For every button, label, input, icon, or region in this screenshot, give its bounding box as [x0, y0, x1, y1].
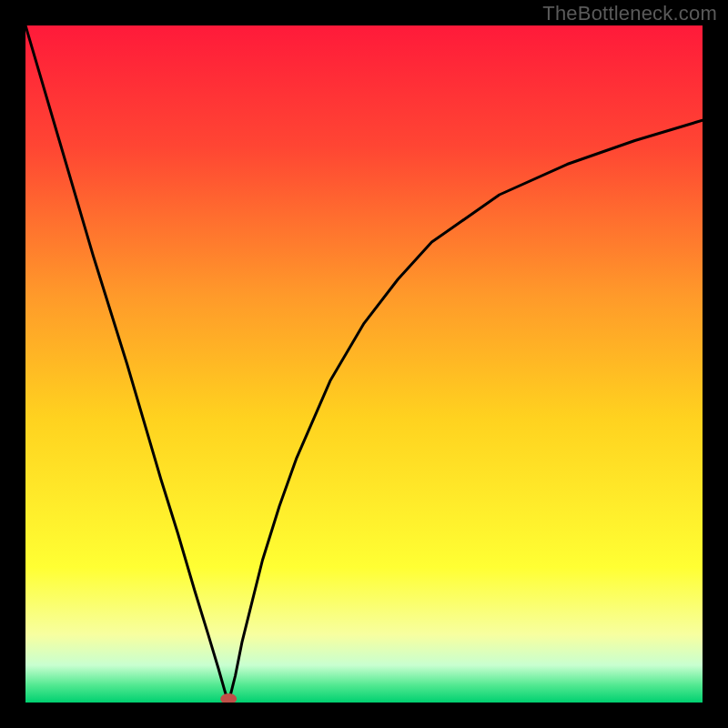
chart-frame: TheBottleneck.com [0, 0, 728, 728]
watermark-text: TheBottleneck.com [542, 2, 717, 25]
plot-area [25, 25, 703, 703]
chart-svg [25, 25, 703, 703]
